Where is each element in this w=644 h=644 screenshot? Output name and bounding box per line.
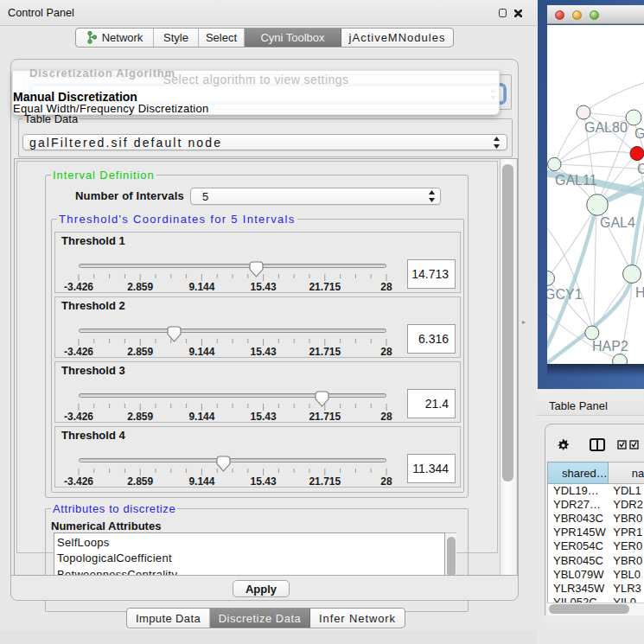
svg-text:GCY1: GCY1 [547, 287, 583, 302]
svg-text:C: C [637, 162, 644, 176]
svg-text:HAP2: HAP2 [592, 339, 628, 354]
svg-text:GAL4: GAL4 [600, 215, 635, 230]
svg-text:GAL11: GAL11 [555, 173, 597, 188]
svg-text:H: H [635, 285, 644, 300]
svg-text:G.: G. [634, 126, 644, 141]
svg-text:GAL80: GAL80 [584, 120, 628, 135]
